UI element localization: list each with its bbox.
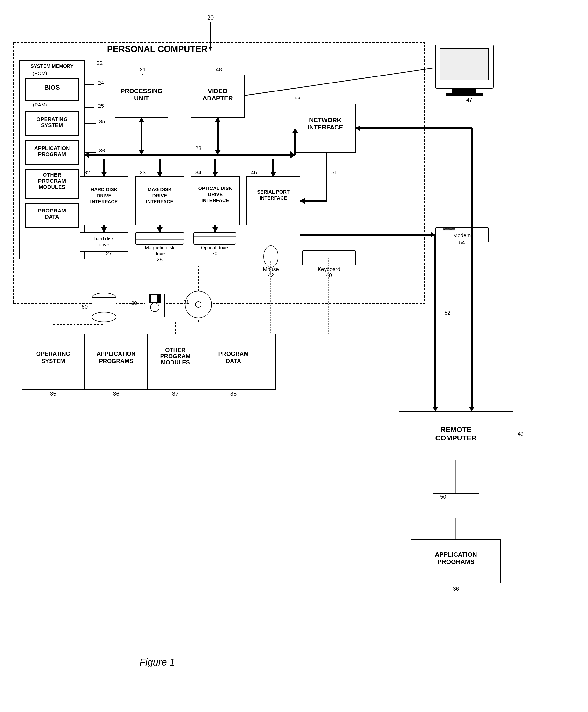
- ref27-label: 27: [106, 250, 112, 257]
- svg-text:DRIVE: DRIVE: [208, 192, 223, 197]
- svg-text:OPTICAL DISK: OPTICAL DISK: [198, 186, 232, 191]
- svg-text:PROGRAMS: PROGRAMS: [437, 558, 474, 565]
- diagram-container: 20 PERSONAL COMPUTER SYSTEM MEMORY 22 (R…: [0, 0, 588, 712]
- video-adapter-label: VIDEO: [208, 87, 228, 95]
- svg-text:INTERFACE: INTERFACE: [308, 124, 343, 131]
- svg-marker-48: [270, 172, 276, 177]
- svg-text:INTERFACE: INTERFACE: [146, 199, 173, 204]
- svg-marker-63: [212, 227, 218, 232]
- other-modules-label-top: OTHER: [43, 172, 61, 178]
- ref36-bot-right-label: 36: [453, 586, 459, 592]
- program-data-label-top: PROGRAM: [38, 208, 66, 214]
- ref46-label: 46: [251, 169, 257, 176]
- modem-label: Modem: [453, 232, 471, 238]
- app-programs-label-bot: APPLICATION: [97, 350, 136, 357]
- svg-text:SYSTEM: SYSTEM: [41, 358, 65, 364]
- ref51-label: 51: [331, 169, 337, 176]
- svg-text:MODULES: MODULES: [161, 359, 190, 365]
- svg-text:▓▓▓▓▓: ▓▓▓▓▓: [443, 226, 455, 231]
- ram-label: (RAM): [33, 102, 47, 107]
- ref37-bot-label: 37: [172, 390, 179, 397]
- optical-drive-icon: [193, 232, 236, 244]
- pc-title-label: PERSONAL COMPUTER: [107, 44, 207, 54]
- rom-label: (ROM): [33, 71, 47, 76]
- ref38-bot-label: 38: [230, 390, 237, 397]
- os-label-bot: OPERATING: [36, 350, 70, 357]
- ref34-label: 34: [195, 169, 201, 176]
- ref52-label: 52: [445, 310, 450, 316]
- ref53-label: 53: [295, 96, 300, 102]
- ref36-top-label: 36: [99, 148, 105, 154]
- network-interface-label: NETWORK: [309, 117, 342, 124]
- processing-unit-label: PROCESSING: [121, 87, 162, 95]
- ref23-label: 23: [195, 145, 201, 151]
- svg-text:DATA: DATA: [45, 214, 59, 220]
- svg-text:drive: drive: [154, 251, 165, 256]
- svg-text:INTERFACE: INTERFACE: [90, 199, 118, 204]
- ref31-label: 31: [183, 299, 189, 305]
- ref60-label: 60: [82, 304, 88, 310]
- svg-text:INTERFACE: INTERFACE: [202, 198, 229, 203]
- mag-disk-label: Magnetic disk: [145, 245, 175, 250]
- bios-label: BIOS: [44, 84, 60, 91]
- ref22-label: 22: [97, 60, 103, 66]
- svg-marker-39: [157, 172, 163, 177]
- ref36-bot-label: 36: [113, 390, 120, 397]
- svg-text:SERIAL PORT: SERIAL PORT: [257, 189, 290, 195]
- svg-marker-1: [209, 47, 212, 51]
- ref50-label: 50: [440, 494, 446, 500]
- os-label-top: OPERATING: [36, 116, 67, 122]
- svg-text:COMPUTER: COMPUTER: [435, 434, 477, 442]
- svg-marker-34: [101, 172, 107, 177]
- ref48-label: 48: [216, 66, 222, 73]
- svg-line-67: [244, 68, 435, 96]
- system-memory-label: SYSTEM MEMORY: [30, 63, 74, 69]
- svg-marker-98: [433, 407, 438, 411]
- svg-text:DRIVE: DRIVE: [152, 193, 167, 198]
- ref47-label: 47: [466, 97, 472, 103]
- svg-marker-60: [157, 227, 163, 232]
- ref35-top-label: 35: [99, 119, 105, 125]
- mag-disk-icon: [135, 232, 184, 244]
- svg-text:MODULES: MODULES: [39, 184, 65, 190]
- svg-marker-44: [212, 172, 218, 177]
- ref-20: 20: [207, 14, 214, 21]
- svg-text:PROGRAM: PROGRAM: [38, 178, 66, 184]
- figure-caption: Figure 1: [140, 657, 175, 668]
- ref29-label: 29: [131, 300, 137, 306]
- svg-text:INTERFACE: INTERFACE: [259, 195, 287, 201]
- ref54-label: 54: [459, 240, 465, 246]
- svg-text:DATA: DATA: [226, 358, 241, 364]
- ref33-label: 33: [140, 169, 146, 176]
- ref42-label: 42: [268, 272, 274, 278]
- ref49-label: 49: [518, 431, 523, 437]
- ref30-label: 30: [212, 250, 217, 257]
- monitor-label: Monitor: [456, 91, 473, 97]
- svg-text:SYSTEM: SYSTEM: [41, 122, 63, 128]
- svg-marker-99: [469, 407, 475, 411]
- remote-computer-label: REMOTE: [440, 425, 471, 433]
- ref25-label: 25: [98, 103, 104, 109]
- svg-text:HARD DISK: HARD DISK: [90, 187, 118, 192]
- ref50-box: [433, 494, 479, 518]
- ref32-label: 32: [84, 169, 90, 176]
- svg-text:drive: drive: [99, 242, 109, 247]
- svg-text:MAG DISK: MAG DISK: [148, 187, 172, 192]
- svg-text:PROGRAM: PROGRAM: [38, 151, 66, 157]
- svg-text:PROGRAMS: PROGRAMS: [99, 358, 133, 364]
- app-program-label-top: APPLICATION: [34, 145, 70, 151]
- svg-text:ADAPTER: ADAPTER: [203, 95, 233, 102]
- ref35-bot-label: 35: [50, 390, 57, 397]
- svg-text:hard disk: hard disk: [94, 236, 114, 241]
- svg-rect-64: [440, 48, 489, 80]
- svg-marker-27: [215, 117, 220, 122]
- svg-marker-55: [101, 227, 107, 232]
- svg-marker-51: [300, 198, 305, 204]
- other-modules-label-bot: OTHER: [165, 347, 186, 353]
- ref28-label: 28: [157, 257, 163, 263]
- svg-point-79: [195, 302, 201, 307]
- program-data-label-bot: PROGRAM: [218, 350, 248, 357]
- optical-drive-label: Optical drive: [201, 245, 228, 250]
- svg-marker-24: [139, 117, 144, 122]
- svg-text:DRIVE: DRIVE: [97, 193, 111, 198]
